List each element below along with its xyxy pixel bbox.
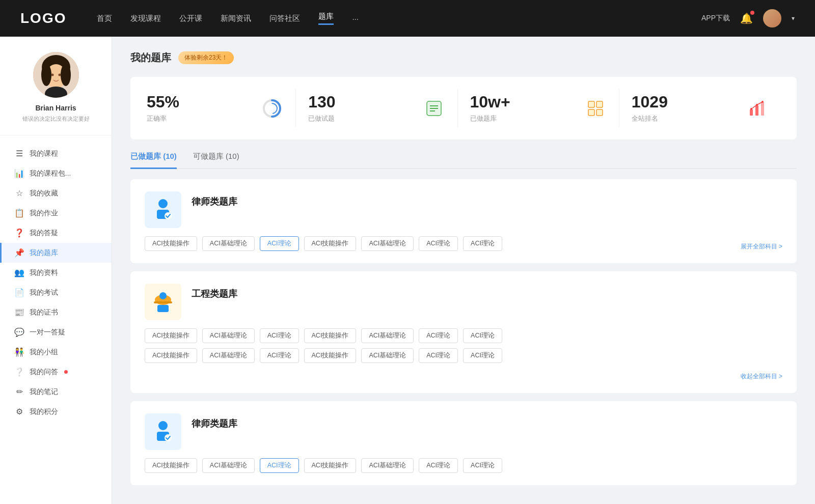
engineer-icon-svg <box>150 289 176 315</box>
homework-icon: 📋 <box>14 208 24 218</box>
tab-available[interactable]: 可做题库 (10) <box>193 152 239 169</box>
qbank-2-tag-r2-2[interactable]: ACI理论 <box>260 348 299 363</box>
qbank-card-2: 工程类题库 ACI技能操作 ACI基础理论 ACI理论 ACI技能操作 ACI基… <box>130 271 797 393</box>
nav-discover[interactable]: 发现课程 <box>130 14 161 23</box>
stat-done-questions: 130 已做试题 <box>296 89 457 127</box>
qbank-1-tag-0[interactable]: ACI技能操作 <box>145 236 197 251</box>
qbank-2-tag-r1-4[interactable]: ACI基础理论 <box>361 328 414 343</box>
sidebar-user-name: Brian Harris <box>10 104 101 112</box>
group-icon: 👫 <box>14 347 24 357</box>
svg-rect-15 <box>588 101 594 107</box>
user-avatar-nav[interactable] <box>763 9 781 27</box>
sidebar-item-course[interactable]: ☰ 我的课程 <box>0 144 112 163</box>
qbank-2-tag-r1-5[interactable]: ACI理论 <box>419 328 458 343</box>
svg-rect-32 <box>157 305 169 312</box>
qbank-2-collapse[interactable]: 收起全部科目 > <box>741 372 782 381</box>
nav-qa[interactable]: 问答社区 <box>269 14 300 23</box>
sidebar-item-coursepackage[interactable]: 📊 我的课程包... <box>0 163 112 183</box>
stat-ranking: 1029 全站排名 <box>619 89 780 127</box>
sidebar-item-group[interactable]: 👫 我的小组 <box>0 342 112 362</box>
qbank-2-tags-row1: ACI技能操作 ACI基础理论 ACI理论 ACI技能操作 ACI基础理论 AC… <box>145 328 782 343</box>
qbank-1-tag-6[interactable]: ACI理论 <box>463 236 502 251</box>
notes-icon: ✏ <box>14 387 24 397</box>
qbank-2-tags-section: ACI技能操作 ACI基础理论 ACI理论 ACI技能操作 ACI基础理论 AC… <box>145 328 782 381</box>
course-icon: ☰ <box>14 149 24 158</box>
qbank-3-icon-wrap <box>145 413 181 450</box>
banks-grid-icon <box>584 97 607 120</box>
qbank-3-tag-5[interactable]: ACI理论 <box>419 458 458 473</box>
qbank-2-tag-r2-4[interactable]: ACI基础理论 <box>361 348 414 363</box>
svg-rect-17 <box>588 109 594 116</box>
sidebar-item-favorites[interactable]: ☆ 我的收藏 <box>0 183 112 203</box>
qbank-3-tag-6[interactable]: ACI理论 <box>463 458 502 473</box>
accuracy-label: 正确率 <box>147 114 253 123</box>
notification-bell[interactable]: 🔔 <box>740 12 753 24</box>
sidebar-item-questions[interactable]: ❓ 我的答疑 <box>0 223 112 243</box>
stats-card: 55% 正确率 130 已做试题 <box>130 77 797 139</box>
qbank-3-tag-3[interactable]: ACI技能操作 <box>304 458 357 473</box>
qbank-2-tag-r2-6[interactable]: ACI理论 <box>463 348 502 363</box>
nav-home[interactable]: 首页 <box>97 14 112 23</box>
svg-rect-19 <box>750 109 753 116</box>
svg-rect-20 <box>755 105 758 116</box>
page-header: 我的题库 体验剩余23天！ <box>130 51 797 65</box>
qbank-1-tag-5[interactable]: ACI理论 <box>419 236 458 251</box>
tab-done[interactable]: 已做题库 (10) <box>130 152 177 169</box>
main-layout: Brian Harris 错误的决定比没有决定要好 ☰ 我的课程 📊 我的课程包… <box>0 37 815 504</box>
trial-badge: 体验剩余23天！ <box>178 51 234 64</box>
user-dropdown-chevron[interactable]: ▾ <box>792 15 795 22</box>
qbank-1-tag-1[interactable]: ACI基础理论 <box>202 236 255 251</box>
nav-opencourse[interactable]: 公开课 <box>179 14 202 23</box>
logo[interactable]: LOGO <box>20 10 66 26</box>
sidebar-item-homework[interactable]: 📋 我的作业 <box>0 203 112 223</box>
sidebar-item-materials[interactable]: 👥 我的资料 <box>0 263 112 283</box>
app-download[interactable]: APP下载 <box>701 14 730 23</box>
done-banks-label: 已做题库 <box>470 114 576 123</box>
sidebar-item-exam[interactable]: 📄 我的考试 <box>0 283 112 302</box>
qbank-3-tag-0[interactable]: ACI技能操作 <box>145 458 197 473</box>
lawyer-icon-svg-3 <box>150 418 176 445</box>
sidebar-user-motto: 错误的决定比没有决定要好 <box>10 115 101 123</box>
svg-point-24 <box>762 101 764 103</box>
sidebar-item-myqa[interactable]: ❔ 我的问答 <box>0 362 112 382</box>
svg-point-4 <box>61 64 71 86</box>
qbank-2-tag-r1-3[interactable]: ACI技能操作 <box>304 328 357 343</box>
sidebar-item-certificate[interactable]: 📰 我的证书 <box>0 302 112 322</box>
sidebar-menu: ☰ 我的课程 📊 我的课程包... ☆ 我的收藏 📋 我的作业 ❓ 我的答疑 📌 <box>0 135 112 430</box>
qbank-2-tag-r1-1[interactable]: ACI基础理论 <box>202 328 255 343</box>
qbank-1-tag-2[interactable]: ACI理论 <box>260 236 299 251</box>
coursepackage-icon: 📊 <box>14 169 24 178</box>
qbank-2-tag-r1-6[interactable]: ACI理论 <box>463 328 502 343</box>
qbank-2-tag-r1-0[interactable]: ACI技能操作 <box>145 328 197 343</box>
sidebar-item-onetutoring[interactable]: 💬 一对一答疑 <box>0 322 112 342</box>
svg-rect-21 <box>761 102 764 116</box>
qbank-1-tag-4[interactable]: ACI基础理论 <box>361 236 414 251</box>
navbar: LOGO 首页 发现课程 公开课 新闻资讯 问答社区 题库 ··· APP下载 … <box>0 0 815 37</box>
sidebar-item-points[interactable]: ⚙ 我的积分 <box>0 402 112 422</box>
qbank-2-tag-r2-0[interactable]: ACI技能操作 <box>145 348 197 363</box>
qbank-3-tag-2[interactable]: ACI理论 <box>260 458 299 473</box>
tabs-row: 已做题库 (10) 可做题库 (10) <box>130 152 797 169</box>
nav-news[interactable]: 新闻资讯 <box>221 14 251 23</box>
qbank-2-tag-r2-5[interactable]: ACI理论 <box>419 348 458 363</box>
qbank-2-tag-r1-2[interactable]: ACI理论 <box>260 328 299 343</box>
qbank-3-tag-4[interactable]: ACI基础理论 <box>361 458 414 473</box>
qbank-2-tag-r2-1[interactable]: ACI基础理论 <box>202 348 255 363</box>
qbank-1-expand[interactable]: 展开全部科目 > <box>741 242 782 251</box>
certificate-icon: 📰 <box>14 307 24 317</box>
sidebar-item-notes[interactable]: ✏ 我的笔记 <box>0 382 112 402</box>
qbank-2-tag-r2-3[interactable]: ACI技能操作 <box>304 348 357 363</box>
user-avatar <box>33 52 79 98</box>
nav-questionbank[interactable]: 题库 <box>318 12 334 25</box>
qbank-1-icon-wrap <box>145 191 181 228</box>
stat-accuracy: 55% 正确率 <box>147 89 296 127</box>
sidebar-item-questionbank[interactable]: 📌 我的题库 <box>0 243 112 263</box>
qbank-2-icon-wrap <box>145 284 181 320</box>
qbank-1-tag-3[interactable]: ACI技能操作 <box>304 236 357 251</box>
nav-more[interactable]: ··· <box>352 14 359 23</box>
svg-rect-18 <box>596 109 603 116</box>
questionbank-icon: 📌 <box>14 248 24 258</box>
qbank-2-title: 工程类题库 <box>192 284 237 300</box>
qbank-3-tag-1[interactable]: ACI基础理论 <box>202 458 255 473</box>
svg-point-25 <box>158 199 168 208</box>
